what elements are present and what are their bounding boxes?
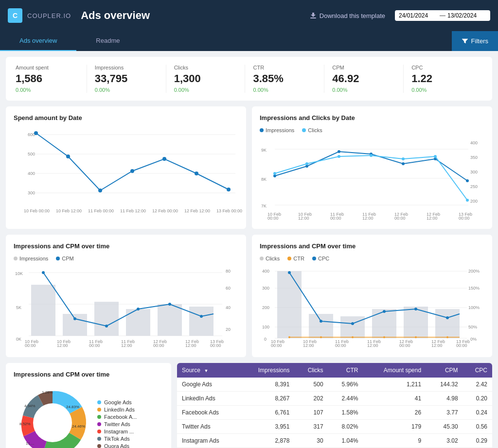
- svg-text:11 Feb 00:00: 11 Feb 00:00: [88, 208, 114, 213]
- date-range[interactable]: —: [395, 10, 490, 21]
- legend-tiktok: TikTok Ads: [97, 436, 137, 442]
- col-cpm[interactable]: CPM: [426, 363, 462, 378]
- svg-text:0%: 0%: [470, 337, 477, 342]
- logo-text: COUPLER.IO: [27, 12, 71, 19]
- svg-rect-114: [309, 314, 333, 338]
- svg-text:00:00: 00:00: [267, 216, 279, 221]
- download-button[interactable]: Download this template: [310, 12, 385, 19]
- svg-text:100: 100: [262, 325, 269, 329]
- svg-text:24.46%: 24.46%: [72, 424, 85, 429]
- svg-rect-77: [189, 307, 213, 336]
- impressions-cpm-svg: 10K 5K 0K 80 60 40 20: [14, 265, 238, 348]
- clicks-ctr-cpc-svg: 400 300 200 100 0 200% 150% 100% 50% 0%: [260, 265, 484, 348]
- svg-point-119: [288, 336, 290, 338]
- data-table-card: Source ▼ Impressions Clicks CTR Amount s…: [177, 363, 492, 448]
- table-cell-1-4: 41: [363, 392, 427, 406]
- svg-text:00:00: 00:00: [25, 343, 36, 348]
- svg-text:150%: 150%: [468, 286, 480, 291]
- table-cell-2-4: 26: [363, 406, 427, 420]
- svg-point-45: [402, 157, 405, 160]
- svg-text:200: 200: [470, 199, 478, 204]
- svg-rect-0: [310, 17, 316, 18]
- svg-text:400: 400: [470, 140, 478, 145]
- table-cell-3-2: 317: [294, 420, 328, 434]
- bottom-row: Impressions and CPM over time: [6, 363, 492, 448]
- svg-text:80: 80: [226, 269, 231, 274]
- table-cell-0-5: 144.32: [426, 378, 462, 392]
- date-start-input[interactable]: [399, 12, 438, 19]
- filters-button[interactable]: Filters: [452, 31, 498, 51]
- table-row: Facebook Ads6,7611071.58%263.770.24: [177, 406, 492, 420]
- table-row: Google Ads8,3915005.96%1,211144.322.42: [177, 378, 492, 392]
- kpi-ctr: CTR 3.85% 0.00%: [245, 65, 324, 93]
- svg-text:00:00: 00:00: [210, 343, 221, 348]
- impressions-clicks-svg: 9K 8K 7K 400 350 300 250 200: [260, 137, 484, 220]
- svg-point-124: [446, 336, 448, 338]
- svg-text:0K: 0K: [16, 337, 21, 342]
- svg-text:100%: 100%: [468, 305, 480, 310]
- svg-text:0: 0: [264, 337, 267, 342]
- donut-legend: Google Ads LinkedIn Ads Facebook A... Tw…: [97, 399, 137, 448]
- col-ctr[interactable]: CTR: [328, 363, 363, 378]
- table-cell-1-0: LinkedIn Ads: [177, 392, 240, 406]
- kpi-row: Amount spent 1,586 0.00% Impressions 33,…: [6, 57, 492, 101]
- legend-facebook: Facebook A...: [97, 414, 137, 420]
- col-clicks[interactable]: Clicks: [294, 363, 328, 378]
- svg-rect-74: [94, 302, 119, 336]
- legend-linkedin: LinkedIn Ads: [97, 407, 137, 413]
- svg-point-79: [73, 317, 76, 320]
- svg-text:500: 500: [28, 152, 35, 156]
- svg-text:12 Feb 00:00: 12 Feb 00:00: [152, 208, 178, 213]
- svg-text:300: 300: [262, 286, 269, 291]
- table-cell-1-6: 0.20: [463, 392, 492, 406]
- svg-text:1.28%: 1.28%: [42, 390, 53, 395]
- table-cell-0-3: 5.96%: [328, 378, 363, 392]
- legend-google: Google Ads: [97, 399, 137, 405]
- table-cell-3-6: 0.56: [463, 420, 492, 434]
- svg-point-40: [466, 179, 469, 182]
- tab-bar: Ads overview Readme Filters: [0, 31, 498, 51]
- table-cell-1-5: 4.98: [426, 392, 462, 406]
- tab-readme[interactable]: Readme: [76, 31, 139, 51]
- table-cell-1-1: 8,267: [240, 392, 295, 406]
- svg-text:12:00: 12:00: [303, 343, 314, 348]
- svg-text:400: 400: [28, 171, 35, 176]
- charts-row-1: Spend amount by Date 600 500 400 300: [6, 106, 492, 229]
- svg-text:4.94%: 4.94%: [24, 404, 36, 408]
- page-title: Ads overview: [81, 9, 310, 22]
- svg-text:12:00: 12:00: [298, 216, 309, 221]
- svg-rect-75: [126, 309, 150, 336]
- svg-text:7K: 7K: [261, 204, 267, 208]
- col-amount-spend[interactable]: Amount spend: [363, 363, 427, 378]
- tab-ads-overview[interactable]: Ads overview: [0, 31, 76, 51]
- svg-point-130: [446, 316, 449, 319]
- svg-rect-113: [277, 271, 302, 338]
- svg-point-120: [320, 336, 322, 338]
- svg-point-13: [162, 157, 166, 161]
- svg-text:12:00: 12:00: [362, 216, 374, 221]
- table-cell-2-6: 0.24: [463, 406, 492, 420]
- svg-text:300: 300: [28, 190, 35, 195]
- table-cell-4-5: 3.02: [426, 434, 462, 448]
- svg-text:00:00: 00:00: [399, 343, 410, 348]
- svg-text:00:00: 00:00: [330, 216, 341, 221]
- svg-text:11....: 11....: [26, 441, 35, 446]
- table-cell-4-0: Instagram Ads: [177, 434, 240, 448]
- table-row: Twitter Ads3,9513178.02%17945.300.56: [177, 420, 492, 434]
- col-source[interactable]: Source ▼: [177, 363, 240, 378]
- svg-text:600: 600: [28, 132, 35, 137]
- table-cell-4-2: 30: [294, 434, 328, 448]
- table-cell-4-6: 0.29: [463, 434, 492, 448]
- chart2-legend: Impressions Clicks: [260, 127, 484, 133]
- table-cell-3-5: 45.30: [426, 420, 462, 434]
- col-impressions[interactable]: Impressions: [240, 363, 295, 378]
- svg-text:12 Feb 12:00: 12 Feb 12:00: [184, 208, 210, 213]
- svg-point-47: [466, 199, 469, 202]
- col-cpc[interactable]: CPC: [463, 363, 492, 378]
- table-cell-2-2: 107: [294, 406, 328, 420]
- svg-point-41: [273, 172, 276, 175]
- table-cell-3-0: Twitter Ads: [177, 420, 240, 434]
- svg-text:11 Feb 12:00: 11 Feb 12:00: [120, 208, 146, 213]
- date-end-input[interactable]: [447, 12, 486, 19]
- svg-point-44: [370, 154, 373, 157]
